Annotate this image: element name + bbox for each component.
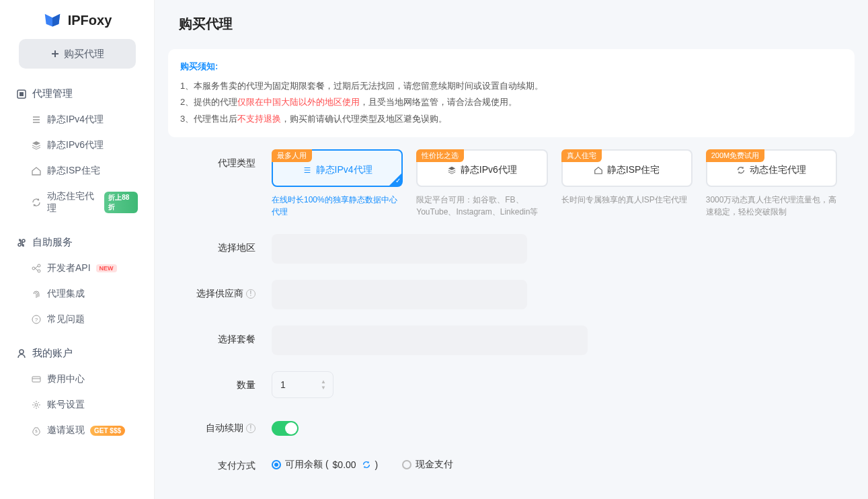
notice-line-2: 2、提供的代理仅限在中国大陆以外的地区使用，且受当地网络监管，请合法合规使用。	[180, 94, 842, 111]
svg-point-7	[19, 350, 24, 354]
row-renew: 自动续期 !	[186, 414, 837, 436]
sidebar-item-ipv6[interactable]: 静态IPv6代理	[0, 132, 154, 158]
buy-proxy-button[interactable]: 购买代理	[19, 39, 136, 69]
moneybag-icon: $	[31, 425, 42, 436]
type-desc: 在线时长100%的独享静态数据中心代理	[272, 194, 403, 218]
type-desc: 限定平台可用：如谷歌、FB、YouTube、Instagram、Linkedin…	[416, 194, 547, 218]
pay-option-cash[interactable]: 现金支付	[402, 459, 453, 471]
nav-section-selfservice: 自助服务 开发者API NEW 代理集成 ? 常见问题	[0, 236, 154, 332]
type-desc: 长时间专属独享的真人ISP住宅代理	[561, 194, 693, 206]
info-icon[interactable]: !	[246, 424, 255, 433]
label-renew: 自动续期 !	[186, 414, 272, 434]
sidebar-item-faq[interactable]: ? 常见问题	[0, 307, 154, 332]
auto-renew-switch[interactable]	[272, 421, 299, 436]
stepper-arrows[interactable]: ▲▼	[321, 375, 330, 395]
supplier-select[interactable]	[272, 280, 527, 309]
type-option-isp: 真人住宅 静态ISP住宅 长时间专属独享的真人ISP住宅代理	[561, 149, 693, 218]
page-title: 购买代理	[155, 0, 868, 41]
sidebar-item-isp[interactable]: 静态ISP住宅	[0, 158, 154, 184]
fingerprint-icon	[31, 289, 42, 299]
home-icon	[594, 165, 603, 175]
purchase-form: 代理类型 最多人用 静态IPv4代理	[155, 149, 868, 472]
type-card-ipv6[interactable]: 性价比之选 静态IPv6代理	[416, 149, 547, 187]
sidebar-item-settings[interactable]: 账号设置	[0, 392, 154, 418]
nav-head-selfservice: 自助服务	[0, 236, 154, 256]
check-icon	[389, 174, 401, 186]
new-badge: NEW	[96, 264, 117, 272]
row-region: 选择地区	[186, 234, 837, 264]
type-option-dynamic: 200M免费试用 动态住宅代理 3000万动态真人住宅代理流量包，高速稳定，轻松…	[706, 149, 837, 218]
list-icon	[31, 114, 42, 125]
radio-checked-icon	[272, 460, 281, 469]
list-icon	[303, 165, 312, 175]
plus-icon	[50, 49, 60, 59]
refresh-icon	[736, 165, 746, 175]
buy-btn-label: 购买代理	[64, 48, 104, 61]
purchase-notice: 购买须知: 1、本服务售卖的代理为固定期限套餐，过期后无法找回，请您留意续期时间…	[168, 49, 855, 137]
svg-point-4	[38, 270, 40, 272]
notice-head: 购买须知:	[180, 59, 842, 75]
svg-rect-1	[19, 92, 24, 96]
card-icon	[31, 374, 42, 385]
row-supplier: 选择供应商 !	[186, 280, 837, 309]
api-icon	[31, 263, 42, 274]
info-icon[interactable]: !	[246, 289, 255, 299]
sidebar-item-dynamic[interactable]: 动态住宅代理 折上88折	[0, 184, 154, 221]
sidebar-item-ipv4[interactable]: 静态IPv4代理	[0, 107, 154, 132]
row-proxy-type: 代理类型 最多人用 静态IPv4代理	[186, 149, 837, 218]
notice-line-1: 1、本服务售卖的代理为固定期限套餐，过期后无法找回，请您留意续期时间或设置自动续…	[180, 78, 842, 95]
svg-rect-8	[32, 377, 40, 382]
svg-text:$: $	[35, 429, 38, 433]
sidebar-item-billing[interactable]: 费用中心	[0, 367, 154, 392]
svg-point-9	[35, 404, 38, 406]
type-option-ipv4: 最多人用 静态IPv4代理 在线时长100%的独享静态数据中心代理	[272, 149, 403, 218]
layers-icon	[31, 140, 42, 151]
type-tag: 最多人用	[272, 149, 312, 162]
sidebar-item-api[interactable]: 开发者API NEW	[0, 256, 154, 281]
label-region: 选择地区	[186, 234, 272, 254]
quantity-stepper[interactable]: 1 ▲▼	[272, 371, 333, 398]
nav-section-proxy: 代理管理 静态IPv4代理 静态IPv6代理 静态ISP住宅 动态住宅代理 折上…	[0, 87, 154, 221]
label-supplier: 选择供应商 !	[186, 280, 272, 300]
type-tag: 性价比之选	[416, 149, 464, 162]
discount-badge: 折上88折	[104, 192, 138, 213]
row-payment: 支付方式 可用余额 ($0.00 ) 现金支付	[186, 452, 837, 472]
nav-head-account: 我的账户	[0, 347, 154, 367]
type-desc: 3000万动态真人住宅代理流量包，高速稳定，轻松突破限制	[706, 194, 837, 218]
gear-icon	[31, 399, 42, 410]
get-badge: GET $$$	[90, 426, 125, 436]
question-icon: ?	[31, 314, 42, 325]
notice-line-3: 3、代理售出后不支持退换，购买前请确认代理类型及地区避免误购。	[180, 111, 842, 128]
brand-name: IPFoxy	[68, 13, 112, 28]
layers-icon	[447, 165, 457, 175]
type-card-dynamic[interactable]: 200M免费试用 动态住宅代理	[706, 149, 837, 187]
sidebar-item-integration[interactable]: 代理集成	[0, 281, 154, 307]
sidebar: IPFoxy 购买代理 代理管理 静态IPv4代理 静态IPv6代理 静态ISP…	[0, 0, 155, 499]
type-tag: 真人住宅	[561, 149, 602, 162]
nav-head-proxy: 代理管理	[0, 87, 154, 107]
radio-unchecked-icon	[402, 460, 411, 469]
home-icon	[31, 165, 42, 176]
label-plan: 选择套餐	[186, 325, 272, 346]
svg-point-3	[38, 264, 40, 267]
region-select[interactable]	[272, 234, 527, 264]
row-quantity: 数量 1 ▲▼	[186, 371, 837, 398]
type-tag: 200M免费试用	[706, 149, 765, 162]
label-type: 代理类型	[186, 149, 272, 169]
logo-icon	[42, 12, 63, 28]
user-icon	[16, 348, 27, 359]
label-pay: 支付方式	[186, 452, 272, 472]
sidebar-item-referral[interactable]: $ 邀请返现 GET $$$	[0, 418, 154, 443]
type-option-ipv6: 性价比之选 静态IPv6代理 限定平台可用：如谷歌、FB、YouTube、Ins…	[416, 149, 547, 218]
pay-option-balance[interactable]: 可用余额 ($0.00 )	[272, 459, 378, 471]
nav-section-account: 我的账户 费用中心 账号设置 $ 邀请返现 GET $$$	[0, 347, 154, 443]
type-card-isp[interactable]: 真人住宅 静态ISP住宅	[561, 149, 693, 187]
row-plan: 选择套餐	[186, 325, 837, 355]
reload-icon[interactable]	[362, 460, 371, 469]
proxy-mgmt-icon	[16, 89, 27, 100]
refresh-icon	[31, 197, 42, 208]
svg-text:?: ?	[35, 317, 38, 323]
plan-select[interactable]	[272, 325, 588, 355]
type-card-ipv4[interactable]: 最多人用 静态IPv4代理	[272, 149, 403, 187]
main-content: 购买代理 购买须知: 1、本服务售卖的代理为固定期限套餐，过期后无法找回，请您留…	[155, 0, 868, 499]
